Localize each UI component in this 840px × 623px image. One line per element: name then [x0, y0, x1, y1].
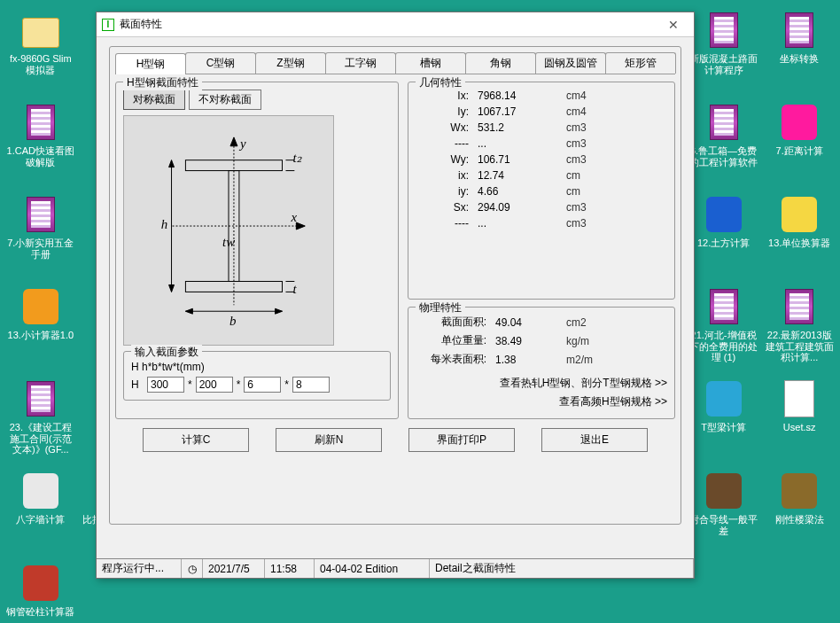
desktop-icon[interactable]: 6.鲁工箱—免费的工程计算软件	[687, 99, 761, 186]
desktop-icon-label: 13.单位换算器	[768, 238, 830, 249]
svg-text:x: x	[290, 210, 297, 224]
archive-icon	[710, 12, 738, 48]
svg-text:y: y	[238, 136, 246, 151]
refresh-button[interactable]: 刷新N	[276, 428, 382, 452]
geom-unit: cm3	[566, 137, 611, 150]
desktop-icon-label: 1.CAD快速看图破解版	[5, 145, 76, 167]
geom-groupbox: 几何特性 Ix:7968.14cm4Iy:1067.17cm4Wx:531.2c…	[408, 82, 675, 300]
svg-marker-6	[296, 222, 305, 230]
input-tw[interactable]	[244, 377, 281, 393]
desktop-icon[interactable]: Uset.sz	[762, 376, 836, 463]
svg-marker-11	[185, 308, 192, 314]
app-icon	[782, 197, 817, 232]
desktop-icon[interactable]: 13.单位换算器	[762, 191, 836, 278]
geom-key: ----	[416, 137, 469, 150]
app-icon	[782, 105, 817, 140]
phys-unit: kg/m	[566, 335, 611, 347]
desktop-icon-label: 附合导线一般平差	[688, 514, 759, 536]
desktop-icon[interactable]: 7.小新实用五金手册	[4, 191, 78, 278]
geom-unit: cm	[566, 185, 611, 198]
desktop-icon[interactable]: 附合导线一般平差	[687, 468, 761, 555]
tab-矩形管[interactable]: 矩形管	[605, 52, 676, 74]
desktop-icon[interactable]: 21.河北-增值税下的全费用的处理 (1)	[687, 284, 761, 370]
right-column: 几何特性 Ix:7968.14cm4Iy:1067.17cm4Wx:531.2c…	[408, 82, 675, 419]
desktop-icon[interactable]: 22.最新2013版建筑工程建筑面积计算...	[762, 284, 836, 370]
input-b[interactable]	[196, 377, 233, 393]
desktop-icon[interactable]: fx-9860G Slim 模拟器	[4, 7, 78, 94]
desktop-icon[interactable]: 八字墙计算	[4, 468, 78, 555]
desktop-icon[interactable]: 新版混凝土路面计算程序	[687, 7, 761, 94]
geom-grid: Ix:7968.14cm4Iy:1067.17cm4Wx:531.2cm3---…	[416, 90, 667, 230]
desktop-icon[interactable]: 钢管砼柱计算器	[4, 560, 78, 623]
exit-button[interactable]: 退出E	[541, 428, 648, 452]
tab-角钢[interactable]: 角钢	[465, 52, 536, 74]
status-edition: 04-04-02 Edition	[315, 559, 430, 578]
tab-圆钢及圆管[interactable]: 圆钢及圆管	[535, 52, 606, 74]
phys-key: 每米表面积:	[416, 352, 486, 367]
geom-value: 7968.14	[478, 90, 557, 102]
geom-unit: cm3	[566, 201, 611, 214]
desktop-icon[interactable]: 13.小计算器1.0	[4, 284, 78, 370]
print-button[interactable]: 界面打印P	[408, 428, 515, 452]
geom-key: Ix:	[416, 90, 469, 102]
svg-text:tw: tw	[222, 235, 235, 249]
action-row: 计算C 刷新N 界面打印P 退出E	[115, 428, 675, 452]
geom-unit: cm4	[566, 90, 611, 102]
geom-unit: cm3	[566, 121, 611, 134]
clock-icon: ◷	[182, 559, 203, 578]
desktop-icon-label: T型梁计算	[701, 422, 746, 433]
client-area: H型钢C型钢Z型钢工字钢槽钢角钢圆钢及圆管矩形管 H型钢截面特性 对称截面 不对…	[97, 37, 694, 558]
asymmetric-button[interactable]: 不对称截面	[189, 90, 261, 110]
params-formula: H h*b*tw*t(mm)	[131, 361, 383, 373]
desktop-icon[interactable]: 1.CAD快速看图破解版	[4, 99, 78, 186]
desktop-icon[interactable]: 刚性楼梁法	[762, 468, 836, 555]
tab-槽钢[interactable]: 槽钢	[395, 52, 466, 74]
desktop-icon-label: 23.《建设工程施工合同(示范文本)》(GF...	[5, 422, 76, 456]
svg-marker-5	[230, 137, 237, 146]
desktop-icon-label: 刚性楼梁法	[775, 514, 824, 526]
desktop-icon-label: 坐标转换	[780, 53, 819, 65]
h-label: H	[131, 378, 144, 391]
symmetric-button[interactable]: 对称截面	[123, 90, 185, 110]
desktop-icon-label: 22.最新2013版建筑工程建筑面积计算...	[764, 330, 835, 363]
symmetry-buttons: 对称截面 不对称截面	[123, 90, 391, 110]
params-groupbox: 输入截面参数 H h*b*tw*t(mm) H * * *	[123, 351, 391, 401]
sep2: *	[237, 378, 241, 391]
tab-Z型钢[interactable]: Z型钢	[255, 52, 326, 74]
geom-value: 12.74	[478, 169, 557, 182]
close-button[interactable]: ✕	[658, 16, 688, 34]
link-hot-rolled[interactable]: 查看热轧H型钢、剖分T型钢规格	[416, 374, 667, 393]
input-h[interactable]	[147, 377, 184, 393]
svg-marker-12	[276, 308, 283, 314]
app-icon	[706, 381, 742, 417]
statusbar: 程序运行中... ◷ 2021/7/5 11:58 04-04-02 Editi…	[97, 558, 694, 578]
desktop-icon[interactable]: 23.《建设工程施工合同(示范文本)》(GF...	[4, 376, 78, 463]
geom-key: Wy:	[416, 153, 469, 166]
calc-button[interactable]: 计算C	[143, 428, 249, 452]
desktop-icon[interactable]: T型梁计算	[687, 376, 761, 463]
desktop-icon-label: 钢管砼柱计算器	[6, 606, 74, 618]
section-properties-window: I 截面特性 ✕ H型钢C型钢Z型钢工字钢槽钢角钢圆钢及圆管矩形管 H型钢截面特…	[96, 12, 695, 579]
link-high-freq[interactable]: 查看高频H型钢规格	[416, 393, 667, 411]
section-group-title: H型钢截面特性	[123, 75, 202, 90]
archive-icon	[785, 12, 813, 48]
archive-icon	[710, 105, 738, 140]
desktop-icon-label: 八字墙计算	[16, 514, 65, 526]
phys-groupbox: 物理特性 截面面积:49.04cm2单位重量:38.49kg/m每米表面积:1.…	[408, 307, 675, 419]
titlebar[interactable]: I 截面特性 ✕	[97, 12, 694, 37]
geom-key: Iy:	[416, 105, 469, 118]
geom-unit: cm4	[566, 105, 611, 118]
input-t[interactable]	[292, 377, 330, 393]
phys-unit: m2/m	[566, 354, 611, 366]
tab-H型钢[interactable]: H型钢	[115, 53, 186, 74]
status-running: 程序运行中...	[97, 559, 182, 578]
desktop-icon[interactable]: 7.距离计算	[762, 99, 836, 186]
desktop-icon[interactable]: 坐标转换	[762, 7, 836, 94]
geom-unit: cm	[566, 169, 611, 182]
app-icon	[23, 289, 58, 324]
geom-value: 106.71	[478, 153, 557, 166]
main-panel: H型钢截面特性 对称截面 不对称截面	[115, 82, 675, 419]
desktop-icon[interactable]: 12.土方计算	[687, 191, 761, 278]
tab-工字钢[interactable]: 工字钢	[325, 52, 396, 74]
tab-C型钢[interactable]: C型钢	[185, 52, 256, 74]
